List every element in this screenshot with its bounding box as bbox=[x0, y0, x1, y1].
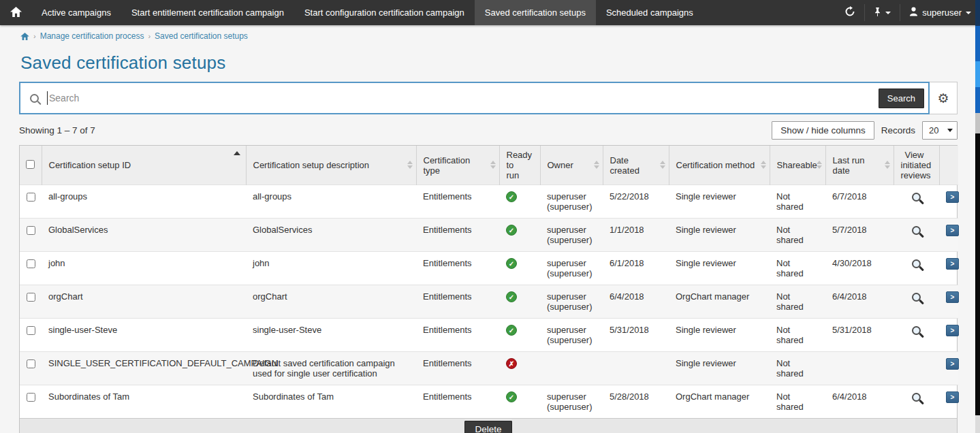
search-icon bbox=[30, 94, 39, 103]
open-row-button[interactable]: > bbox=[946, 258, 959, 270]
cell-text-id: Subordinates of Tam bbox=[48, 391, 129, 402]
column-header-type[interactable]: Certification type bbox=[416, 146, 499, 185]
row-checkbox[interactable] bbox=[27, 293, 35, 302]
row-checkbox[interactable] bbox=[27, 393, 35, 402]
cell-text-type: Entitlements bbox=[423, 325, 472, 335]
ready-check-icon: ✓ bbox=[506, 391, 517, 402]
top-navbar: Active campaignsStart entitlement certif… bbox=[0, 0, 980, 25]
show-hide-columns-button[interactable]: Show / hide columns bbox=[772, 121, 874, 140]
sort-icon bbox=[885, 161, 890, 169]
cell-shareable: Not shared bbox=[770, 252, 825, 285]
table-row: GlobalServicesGlobalServicesEntitlements… bbox=[20, 219, 958, 252]
cell-description: Default saved certification campaign use… bbox=[246, 352, 416, 385]
select-all-checkbox[interactable] bbox=[26, 160, 35, 169]
cell-owner: superuser (superuser) bbox=[540, 219, 603, 252]
search-settings-button[interactable]: ⚙ bbox=[930, 82, 958, 114]
cell-type: Entitlements bbox=[416, 285, 499, 319]
column-header-shareable[interactable]: Shareable bbox=[770, 146, 825, 185]
cell-text-shareable: Not shared bbox=[776, 291, 804, 312]
open-row-button[interactable]: > bbox=[946, 225, 959, 236]
cell-text-created: 5/28/2018 bbox=[610, 391, 649, 402]
nav-item-0[interactable]: Active campaigns bbox=[31, 0, 121, 25]
column-header-lastRun[interactable]: Last run date bbox=[825, 146, 894, 185]
cell-text-lastRun: 6/4/2018 bbox=[832, 391, 867, 402]
nav-item-4[interactable]: Scheduled campaigns bbox=[596, 0, 704, 25]
search-button[interactable]: Search bbox=[879, 89, 924, 108]
cell-method: Single reviewer bbox=[669, 252, 770, 285]
user-icon bbox=[909, 7, 918, 18]
view-initiated-reviews-icon[interactable] bbox=[912, 259, 921, 268]
row-checkbox[interactable] bbox=[27, 193, 35, 202]
breadcrumb-home-icon[interactable] bbox=[20, 33, 29, 40]
not-ready-icon: ✗ bbox=[506, 358, 517, 369]
column-header-description[interactable]: Certification setup description bbox=[246, 146, 416, 185]
nav-item-3[interactable]: Saved certification setups bbox=[475, 0, 596, 25]
refresh-button[interactable] bbox=[836, 0, 864, 25]
breadcrumb-link-current[interactable]: Saved certification setups bbox=[155, 31, 248, 41]
records-label: Records bbox=[881, 125, 915, 135]
user-menu-button[interactable]: superuser bbox=[900, 0, 980, 25]
nav-item-2[interactable]: Start configuration certification campai… bbox=[294, 0, 475, 25]
search-input[interactable] bbox=[48, 93, 879, 103]
ready-check-icon: ✓ bbox=[506, 291, 517, 302]
cell-ready: ✓ bbox=[499, 252, 540, 285]
saved-setups-table: Certification setup IDCertification setu… bbox=[19, 145, 958, 433]
view-initiated-reviews-icon[interactable] bbox=[912, 393, 921, 402]
cell-created: 6/1/2018 bbox=[603, 252, 669, 285]
breadcrumb-link-manage[interactable]: Manage certification process bbox=[40, 31, 144, 41]
column-label: View initiated reviews bbox=[901, 150, 932, 180]
results-toolbar: Showing 1 – 7 of 7 Show / hide columns R… bbox=[19, 121, 958, 140]
nav-item-1[interactable]: Start entitlement certification campaign bbox=[121, 0, 294, 25]
column-header-owner[interactable]: Owner bbox=[540, 146, 603, 185]
cell-shareable: Not shared bbox=[770, 319, 825, 352]
search-row: Search ⚙ bbox=[19, 82, 958, 114]
cell-ready: ✗ bbox=[499, 352, 540, 385]
table-row: all-groupsall-groupsEntitlements✓superus… bbox=[20, 185, 958, 219]
column-header-id[interactable]: Certification setup ID bbox=[42, 146, 246, 185]
cell-owner: superuser (superuser) bbox=[540, 285, 603, 319]
row-checkbox[interactable] bbox=[27, 359, 35, 368]
table-row: johnjohnEntitlements✓superuser (superuse… bbox=[20, 252, 958, 285]
column-header-method[interactable]: Certification method bbox=[669, 146, 770, 185]
cell-created: 5/31/2018 bbox=[603, 319, 669, 352]
select-caret-icon bbox=[947, 129, 953, 132]
records-per-page-select[interactable]: 20 bbox=[922, 121, 958, 140]
cell-shareable: Not shared bbox=[770, 352, 825, 385]
column-header-view: View initiated reviews bbox=[894, 146, 939, 185]
cell-text-created: 6/1/2018 bbox=[610, 258, 644, 268]
cell-text-type: Entitlements bbox=[423, 191, 472, 202]
cell-text-id: orgChart bbox=[48, 291, 83, 302]
column-header-created[interactable]: Date created bbox=[603, 146, 669, 185]
cell-text-method: Single reviewer bbox=[676, 225, 736, 235]
cell-text-id: all-groups bbox=[48, 191, 87, 202]
column-header-action bbox=[939, 146, 958, 185]
open-row-button[interactable]: > bbox=[946, 191, 959, 203]
view-initiated-reviews-icon[interactable] bbox=[912, 193, 921, 202]
cell-view bbox=[894, 385, 939, 419]
view-initiated-reviews-icon[interactable] bbox=[912, 326, 921, 335]
open-row-button[interactable]: > bbox=[946, 325, 959, 336]
column-header-checkbox bbox=[20, 146, 42, 185]
open-row-button[interactable]: > bbox=[946, 291, 959, 303]
row-checkbox[interactable] bbox=[27, 259, 35, 268]
cell-checkbox bbox=[20, 285, 42, 319]
records-value: 20 bbox=[929, 125, 938, 135]
cell-text-owner: superuser (superuser) bbox=[547, 291, 592, 312]
delete-button[interactable]: Delete bbox=[464, 421, 511, 433]
open-row-button[interactable]: > bbox=[946, 358, 959, 370]
cell-lastRun: 6/4/2018 bbox=[825, 385, 894, 419]
cell-created: 5/22/2018 bbox=[603, 185, 669, 219]
column-label: Certification type bbox=[424, 155, 471, 176]
column-label: Date created bbox=[610, 155, 639, 176]
cell-method: OrgChart manager bbox=[669, 285, 770, 319]
pin-menu-button[interactable] bbox=[865, 0, 900, 25]
view-initiated-reviews-icon[interactable] bbox=[912, 226, 921, 235]
row-checkbox[interactable] bbox=[27, 326, 35, 335]
row-checkbox[interactable] bbox=[27, 226, 35, 235]
cell-description: GlobalServices bbox=[246, 219, 416, 252]
view-initiated-reviews-icon[interactable] bbox=[912, 293, 921, 302]
open-row-button[interactable]: > bbox=[946, 391, 959, 403]
cell-text-method: Single reviewer bbox=[676, 258, 736, 268]
breadcrumb-separator: › bbox=[148, 32, 151, 40]
nav-home-button[interactable] bbox=[0, 0, 31, 25]
